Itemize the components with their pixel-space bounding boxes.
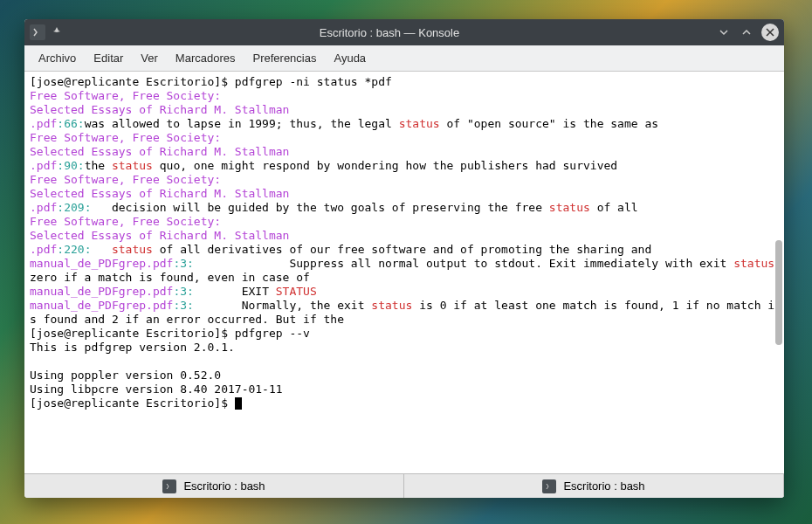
line-number: 66 <box>64 117 78 130</box>
line-text: was allowed to lapse in 1999; thus, the … <box>85 117 399 130</box>
menu-preferencias[interactable]: Preferencias <box>244 48 325 68</box>
line-text <box>91 243 111 256</box>
colon: : <box>78 159 85 172</box>
app-icon <box>30 24 45 40</box>
line-text: quo, one might respond by wondering how … <box>153 159 617 172</box>
output-text: Using poppler version 0.52.0 <box>30 369 221 382</box>
match-highlight: status <box>112 243 153 256</box>
output-title: Free Software, Free Society: <box>30 173 221 186</box>
minimize-button[interactable] <box>716 24 732 40</box>
tab-label: Escritorio : bash <box>183 479 265 493</box>
colon: : <box>187 285 194 298</box>
maximize-button[interactable] <box>739 24 754 40</box>
terminal-icon <box>542 479 556 493</box>
colon: : <box>187 257 194 270</box>
cursor <box>235 397 242 410</box>
file-name: .pdf <box>30 159 57 172</box>
tab-2[interactable]: Escritorio : bash <box>404 474 784 498</box>
line-text: decision will be guided by the two goals… <box>91 201 548 214</box>
match-highlight: status <box>371 299 412 312</box>
file-name: .pdf <box>30 201 57 214</box>
tab-1[interactable]: Escritorio : bash <box>24 474 404 498</box>
prompt: [jose@replicante Escritorio]$ <box>30 396 235 410</box>
menubar: Archivo Editar Ver Marcadores Preferenci… <box>24 45 784 72</box>
output-text: This is pdfgrep version 2.0.1. <box>30 341 235 354</box>
tab-label: Escritorio : bash <box>563 479 644 493</box>
match-highlight: status <box>399 117 440 130</box>
window-title: Escritorio : bash — Konsole <box>63 26 716 39</box>
line-text: EXIT <box>194 285 276 298</box>
output-subtitle: Selected Essays of Richard M. Stallman <box>30 103 289 116</box>
line-number: 90 <box>64 159 78 172</box>
match-highlight: status <box>549 201 590 214</box>
line-text: the <box>85 159 112 172</box>
output-subtitle: Selected Essays of Richard M. Stallman <box>30 229 289 242</box>
terminal-icon <box>162 479 176 493</box>
terminal-area[interactable]: [jose@replicante Escritorio]$ pdfgrep -n… <box>24 72 784 473</box>
file-name: .pdf <box>30 117 57 130</box>
colon: : <box>187 299 194 312</box>
menu-ayuda[interactable]: Ayuda <box>325 48 375 68</box>
output-text: Using libpcre version 8.40 2017-01-11 <box>30 383 283 396</box>
colon: : <box>57 201 64 214</box>
line-number: 3 <box>180 285 187 298</box>
line-number: 209 <box>64 201 84 214</box>
pin-icon[interactable] <box>51 26 63 38</box>
match-highlight: status <box>112 159 153 172</box>
line-text: Normally, the exit <box>194 299 372 312</box>
colon: : <box>78 117 85 130</box>
colon: : <box>57 117 64 130</box>
titlebar: Escritorio : bash — Konsole <box>24 19 784 45</box>
menu-ver[interactable]: Ver <box>132 48 167 68</box>
file-name: .pdf <box>30 243 57 256</box>
prompt: [jose@replicante Escritorio]$ <box>30 327 235 340</box>
output-title: Free Software, Free Society: <box>30 131 221 144</box>
line-text: of all <box>590 201 638 214</box>
file-name: manual_de_PDFgrep.pdf <box>30 299 173 312</box>
match-highlight: STATUS <box>276 285 317 298</box>
line-text: of all derivatives of our free software … <box>153 243 651 256</box>
menu-marcadores[interactable]: Marcadores <box>167 48 244 68</box>
output-subtitle: Selected Essays of Richard M. Stallman <box>30 187 289 200</box>
line-text: Suppress all normal output to stdout. Ex… <box>194 257 733 270</box>
file-name: manual_de_PDFgrep.pdf <box>30 285 173 298</box>
command-text: pdfgrep --v <box>235 327 310 340</box>
menu-editar[interactable]: Editar <box>85 48 132 68</box>
match-highlight: status <box>733 257 774 270</box>
prompt: [jose@replicante Escritorio]$ <box>30 75 235 88</box>
colon: : <box>57 159 64 172</box>
line-text: of "open source" is the same as <box>440 117 658 130</box>
colon: : <box>57 243 64 256</box>
scrollbar[interactable] <box>775 240 782 345</box>
output-title: Free Software, Free Society: <box>30 89 221 102</box>
menu-archivo[interactable]: Archivo <box>30 48 85 68</box>
close-button[interactable] <box>761 24 779 41</box>
file-name: manual_de_PDFgrep.pdf <box>30 257 173 270</box>
output-title: Free Software, Free Society: <box>30 215 221 228</box>
line-number: 3 <box>180 257 187 270</box>
tabbar: Escritorio : bash Escritorio : bash <box>24 473 784 498</box>
line-number: 220 <box>64 243 84 256</box>
line-number: 3 <box>180 299 187 312</box>
output-subtitle: Selected Essays of Richard M. Stallman <box>30 145 289 158</box>
command-text: pdfgrep -ni status *pdf <box>235 75 392 88</box>
konsole-window: Escritorio : bash — Konsole Archivo Edit… <box>24 19 784 498</box>
